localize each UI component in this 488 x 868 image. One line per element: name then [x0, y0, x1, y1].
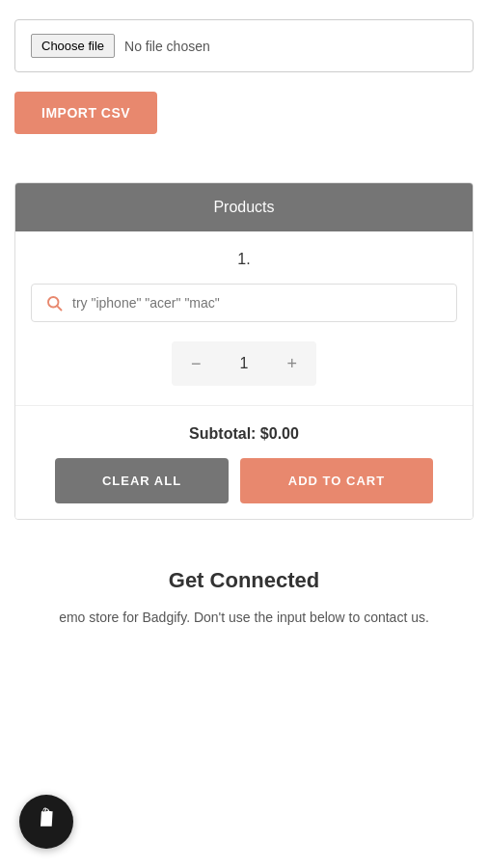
products-header: Products	[15, 183, 473, 231]
choose-file-button[interactable]: Choose file	[31, 34, 115, 58]
search-wrapper	[31, 284, 457, 322]
product-item: 1. − 1 +	[15, 231, 473, 406]
get-connected-description: emo store for Badgify. Don't use the inp…	[19, 607, 469, 628]
product-search-input[interactable]	[72, 295, 443, 311]
product-number: 1.	[31, 251, 457, 268]
get-connected-title: Get Connected	[19, 568, 469, 593]
file-input-wrapper: Choose file No file chosen	[14, 19, 474, 72]
subtotal-value: $0.00	[260, 425, 299, 442]
add-to-cart-button[interactable]: ADD TO CART	[240, 458, 433, 503]
svg-rect-2	[42, 816, 50, 817]
svg-line-1	[57, 306, 61, 310]
quantity-value: 1	[221, 341, 268, 386]
shopify-badge[interactable]	[19, 795, 73, 849]
quantity-wrapper: − 1 +	[31, 341, 457, 386]
subtotal-section: Subtotal: $0.00 CLEAR ALL ADD TO CART	[15, 406, 473, 519]
search-icon	[45, 294, 63, 312]
get-connected-section: Get Connected emo store for Badgify. Don…	[0, 520, 488, 657]
import-csv-button[interactable]: IMPORT CSV	[14, 92, 157, 134]
shopify-logo-icon	[32, 804, 61, 839]
quantity-box: − 1 +	[172, 341, 316, 386]
clear-all-button[interactable]: CLEAR ALL	[55, 458, 229, 503]
subtotal-text: Subtotal: $0.00	[31, 425, 457, 443]
subtotal-label: Subtotal:	[189, 425, 256, 442]
products-section: Products 1. − 1 + Subtotal: $0.00 CLEAR …	[14, 182, 474, 520]
quantity-decrease-button[interactable]: −	[172, 341, 221, 386]
no-file-label: No file chosen	[124, 39, 210, 54]
actions-row: CLEAR ALL ADD TO CART	[31, 458, 457, 503]
file-section: Choose file No file chosen IMPORT CSV	[0, 0, 488, 153]
quantity-increase-button[interactable]: +	[267, 341, 316, 386]
